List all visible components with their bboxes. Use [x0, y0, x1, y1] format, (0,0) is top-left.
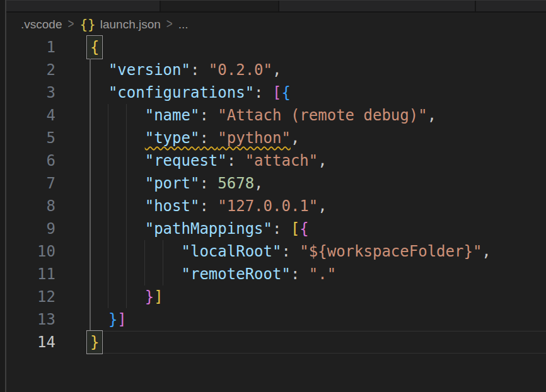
code-text: "pathMappings": [{	[90, 217, 309, 240]
code-editor[interactable]: 1{2 "version": "0.2.0",3 "configurations…	[0, 36, 546, 354]
indent-guide	[126, 149, 127, 172]
line-number[interactable]: 2	[0, 59, 55, 81]
code-line[interactable]: 3 "configurations": [{	[0, 81, 546, 104]
active-indent-guide	[90, 263, 91, 285]
code-line[interactable]: 9 "pathMappings": [{	[0, 217, 546, 240]
code-lines: 1{2 "version": "0.2.0",3 "configurations…	[0, 36, 546, 354]
code-token: {	[281, 84, 290, 101]
code-token: ,	[427, 107, 436, 124]
code-line[interactable]: 7 "port": 5678,	[0, 172, 546, 195]
indent-guide	[108, 240, 108, 263]
code-token: "request"	[145, 152, 227, 170]
code-token	[90, 175, 145, 192]
code-token: 5678	[218, 175, 254, 192]
code-token: :	[254, 84, 272, 101]
code-token: }	[145, 288, 154, 306]
code-text: "port": 5678,	[90, 172, 264, 195]
code-line[interactable]: 5 "type": "python",	[0, 127, 546, 149]
code-token: ]	[154, 288, 163, 306]
active-indent-guide	[90, 104, 91, 127]
line-number[interactable]: 13	[0, 308, 55, 331]
code-token: :	[199, 129, 218, 147]
code-line[interactable]: 8 "host": "127.0.0.1",	[0, 195, 546, 217]
code-token: }	[108, 311, 117, 328]
line-number[interactable]: 12	[0, 285, 55, 308]
code-token	[90, 129, 145, 147]
code-token: ,	[272, 61, 281, 79]
line-number[interactable]: 14	[0, 331, 55, 354]
code-text: "type": "python",	[90, 127, 299, 149]
code-token: :	[227, 152, 245, 170]
active-indent-guide	[90, 285, 91, 308]
code-token: :	[291, 265, 309, 283]
code-line[interactable]: 2 "version": "0.2.0",	[0, 59, 546, 81]
code-token	[90, 243, 182, 260]
code-token: ,	[291, 129, 299, 147]
matched-bracket: }	[88, 331, 102, 353]
tab-separator	[475, 1, 476, 11]
code-line[interactable]: 13 }]	[0, 308, 546, 331]
line-number[interactable]: 10	[0, 240, 55, 263]
code-token	[90, 220, 145, 238]
indent-guide	[126, 217, 127, 240]
indent-guide	[126, 263, 127, 285]
indent-guide	[163, 263, 163, 285]
code-text: "host": "127.0.0.1",	[90, 195, 327, 217]
code-line[interactable]: 6 "request": "attach",	[0, 149, 546, 172]
code-line[interactable]: 10 "localRoot": "${workspaceFolder}",	[0, 240, 546, 263]
active-indent-guide	[90, 59, 91, 81]
code-token	[90, 197, 145, 215]
code-text: "remoteRoot": "."	[90, 263, 336, 285]
indent-guide	[108, 127, 108, 149]
warning-squiggle: "type": "python"	[145, 129, 291, 147]
code-text: }]	[90, 285, 163, 308]
code-line[interactable]: 11 "remoteRoot": "."	[0, 263, 546, 285]
active-indent-guide	[90, 217, 91, 240]
breadcrumb-symbol-placeholder[interactable]: ...	[178, 18, 189, 32]
active-indent-guide	[90, 195, 91, 217]
code-line[interactable]: 4 "name": "Attach (remote debug)",	[0, 104, 546, 127]
code-token: "configurations"	[108, 84, 254, 101]
indent-guide	[144, 240, 145, 263]
breadcrumb-folder[interactable]: .vscode	[21, 18, 62, 32]
code-token: [	[272, 84, 281, 101]
code-text: "name": "Attach (remote debug)",	[90, 104, 436, 127]
line-number[interactable]: 6	[0, 149, 55, 172]
code-token: "name"	[145, 107, 200, 124]
breadcrumb: .vscode > {} launch.json > ...	[6, 13, 546, 36]
code-text: "request": "attach",	[90, 149, 327, 172]
line-number[interactable]: 7	[0, 172, 55, 195]
line-number[interactable]: 9	[0, 217, 55, 240]
code-line[interactable]: 12 }]	[0, 285, 546, 308]
indent-guide	[144, 263, 145, 285]
line-number[interactable]: 1	[0, 36, 55, 59]
chevron-right-icon: >	[166, 17, 173, 33]
chevron-right-icon: >	[67, 17, 74, 33]
tab-separator	[160, 1, 161, 11]
line-number[interactable]: 4	[0, 104, 55, 127]
code-text: "localRoot": "${workspaceFolder}",	[90, 240, 491, 263]
breadcrumb-file[interactable]: launch.json	[100, 18, 161, 32]
line-number[interactable]: 3	[0, 81, 55, 104]
code-token: :	[199, 107, 218, 124]
indent-guide	[126, 127, 127, 149]
sidebar-sash[interactable]	[5, 0, 6, 392]
tab-bar	[0, 0, 546, 13]
code-token: ,	[254, 175, 263, 192]
line-number[interactable]: 11	[0, 263, 55, 285]
code-token: [	[291, 220, 299, 238]
active-indent-guide	[90, 127, 91, 149]
active-tab-bottom[interactable]	[161, 1, 278, 11]
indent-guide	[108, 285, 108, 308]
code-token: "127.0.0.1"	[218, 197, 318, 215]
code-text: {	[90, 36, 99, 59]
code-token: ]	[117, 311, 126, 328]
indent-guide	[108, 195, 108, 217]
code-token: "remoteRoot"	[182, 265, 291, 283]
line-number[interactable]: 8	[0, 195, 55, 217]
code-line[interactable]: 1{	[0, 36, 546, 59]
code-line[interactable]: 14}	[0, 331, 546, 354]
active-indent-guide	[90, 240, 91, 263]
line-number[interactable]: 5	[0, 127, 55, 149]
indent-guide	[126, 104, 127, 127]
